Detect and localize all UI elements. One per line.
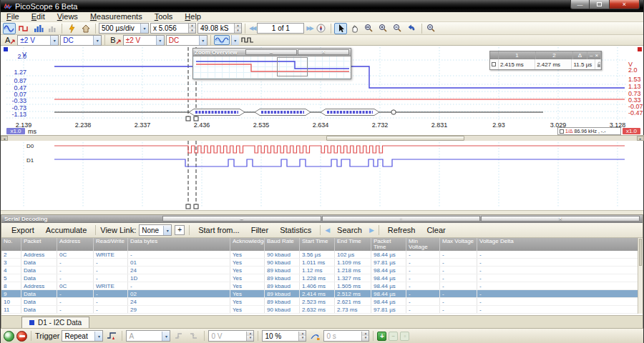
channel-b-range-select[interactable]: ±2 V ▾ [123,35,165,46]
channel-a-options-icon[interactable] [10,39,15,44]
ruler-handle[interactable] [194,204,198,209]
table-row[interactable]: 10Data--24Yes89 kbaud2.523 ms2.621 ms98.… [1,298,643,306]
post-trigger-delay-button[interactable] [308,330,321,342]
menu-tools[interactable]: Tools [155,12,173,21]
frequency-readout[interactable]: 1/Δ 86.96 kHz , -.- [557,127,621,135]
refresh-button[interactable]: Refresh [384,226,420,234]
spin-buttons[interactable]: ▴▾ [188,24,195,33]
chevron-down-icon[interactable]: ▾ [156,36,164,45]
minimize-icon[interactable]: – [590,52,592,59]
restore-icon[interactable]: ▫ [322,216,481,222]
edit-measurement-button[interactable]: − [389,332,398,341]
table-row[interactable]: 3Data--01Yes90 kbaud1.011 ms1.109 ms97.8… [1,259,643,267]
column-header-data-bytes[interactable]: Data bytes [128,238,230,251]
marquee-zoom-tool[interactable] [363,23,376,34]
trigger-source-select[interactable]: A ▾ [126,330,170,342]
column-header-packet-time[interactable]: Packet Time [371,238,406,251]
timebase-select[interactable]: 500 µs/div ▾ [99,23,149,34]
zoom-overview-titlebar[interactable]: Zoom Overview – × [193,49,351,56]
ruler-legend[interactable]: 12Δ–× 2.415 ms2.427 ms11.5 µs [489,51,602,70]
column-header-end-time[interactable]: End Time [335,238,371,251]
column-header-read-write[interactable]: Read/Write [94,238,128,251]
zoom-overview-window[interactable]: Zoom Overview – × [192,48,351,79]
column-header-address[interactable]: Address [57,238,94,251]
xy-view-button[interactable] [46,23,59,34]
column-header-acknowledge[interactable]: Acknowledge [230,238,265,251]
checkbox[interactable] [492,62,496,66]
scrollbar-thumb[interactable] [326,136,464,141]
scroll-left-icon[interactable]: ◂ [1,136,8,141]
digital-channel-label[interactable]: D1 [26,157,34,164]
add-link-button[interactable]: + [175,225,185,235]
column-header-min-voltage[interactable]: Min Voltage [406,238,440,251]
checkbox[interactable] [560,129,564,134]
menu-measurements[interactable]: Measurements [90,12,142,21]
next-buffer-icon[interactable]: ▶▶ [306,25,313,31]
channel-a-coupling-select[interactable]: DC ▾ [60,35,102,46]
menu-file[interactable]: File [6,12,19,21]
menu-views[interactable]: Views [57,12,78,21]
minimize-icon[interactable]: – [162,216,321,222]
ruler-handle[interactable] [186,204,190,209]
close-icon[interactable]: × [595,52,598,59]
close-button[interactable]: × [609,0,640,9]
channel-a-range-select[interactable]: ±2 V ▾ [17,35,59,46]
ruler-handle[interactable] [186,116,190,121]
zoom-in-tool[interactable] [377,23,390,34]
search-prev-icon[interactable]: ◀ [325,227,330,234]
left-scale-badge[interactable]: x1.0 [6,128,25,134]
prev-buffer-icon[interactable]: ◀◀ [248,25,255,31]
search-button[interactable]: Search [333,226,366,234]
spectrum-view-button[interactable] [31,23,44,34]
table-row[interactable]: 4Data--24Yes89 kbaud1.12 ms1.218 ms98.44… [1,267,643,274]
digital-channel-label[interactable]: D0 [26,143,34,149]
chevron-down-icon[interactable]: ▾ [162,332,170,341]
spin-buttons[interactable]: ▴▾ [246,332,253,341]
spin-buttons[interactable]: ▴▾ [234,24,241,33]
rising-edge-button[interactable] [172,330,185,342]
chevron-down-icon[interactable]: ▾ [199,36,207,45]
table-row[interactable]: 9Data--02Yes89 kbaud2.414 ms2.512 ms98.4… [1,290,643,298]
column-header-baud-rate[interactable]: Baud Rate [265,238,300,251]
filter-button[interactable]: Filter [247,226,273,234]
channel-b-indicator[interactable] [638,47,642,51]
pretrigger-spinner[interactable]: 10 % ▴▾ [262,330,306,342]
horizontal-scrollbar[interactable]: ◂ ▸ [1,135,644,141]
channel-b-options-icon[interactable] [116,39,121,44]
close-icon[interactable]: × [481,216,640,222]
spin-buttons[interactable]: ▴▾ [298,332,306,341]
decoder-scrollbar[interactable] [638,238,643,314]
scrollbar-thumb[interactable] [639,239,642,266]
zoom-full-tool[interactable] [425,23,438,34]
channel-b-coupling-select[interactable]: DC ▾ [166,35,208,46]
export-button[interactable]: Export [7,226,39,234]
column-header-start-time[interactable]: Start Time [300,238,335,251]
chevron-down-icon[interactable]: ▾ [50,36,58,45]
chevron-down-icon[interactable]: ▾ [140,24,148,33]
zoom-region-selector[interactable] [277,57,308,76]
column-header-max-voltage[interactable]: Max Voltage [440,238,477,251]
ruler-handle[interactable] [194,116,198,121]
view-link-select[interactable]: None ▾ [139,224,172,236]
menu-edit[interactable]: Edit [31,12,45,21]
stop-capture-button[interactable] [16,331,27,342]
column-header-voltage-delta[interactable]: Voltage Delta [477,238,639,251]
chevron-down-icon[interactable]: ▾ [93,36,101,45]
search-next-icon[interactable]: ▶ [369,227,374,234]
menu-help[interactable]: Help [185,12,201,21]
zoom-out-tool[interactable] [391,23,404,34]
trigger-mode-select[interactable]: Repeat ▾ [62,330,103,342]
add-measurement-button[interactable]: + [377,332,386,341]
accumulate-button[interactable]: Accumulate [42,226,91,234]
persistence-view-button[interactable] [17,23,30,34]
chevron-down-icon[interactable]: ▾ [163,226,171,235]
table-row[interactable]: 8Address0CWRITE-Yes89 kbaud1.406 ms1.505… [1,282,643,290]
normal-selection-tool[interactable] [334,23,347,34]
buffer-navigator-button[interactable] [315,23,328,34]
chevron-down-icon[interactable]: ▾ [94,332,102,341]
clear-button[interactable]: Clear [422,226,449,234]
spin-buttons[interactable]: ▴▾ [361,332,369,341]
probes-dropdown-icon[interactable]: ▾ [231,35,239,45]
falling-edge-button[interactable] [187,330,200,342]
home-button[interactable] [79,23,92,34]
